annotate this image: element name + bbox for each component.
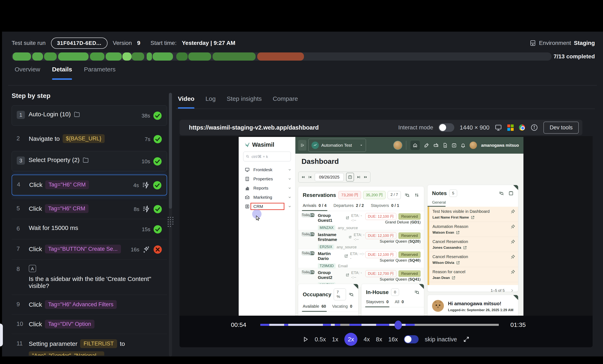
step-item-6[interactable]: 6Wait for 15000 ms15s xyxy=(12,219,167,239)
note-item[interactable]: Reason for cancelJean Dean xyxy=(429,267,518,282)
step-item-9[interactable]: 9ClickTag="H6" Advanced Filters xyxy=(12,295,167,314)
viewer-tab-video[interactable]: Video xyxy=(178,95,194,109)
run-tab-details[interactable]: Details xyxy=(52,66,72,80)
selector-badge[interactable]: Tag="H6" Advanced Filters xyxy=(45,300,117,309)
sidebar-item-frontdesk[interactable]: Frontdesk xyxy=(239,165,295,174)
reservation-row[interactable]: Today09/27Group Guest1ETA: --:--MINZAXan… xyxy=(298,211,424,230)
next-day-icon[interactable] xyxy=(356,175,361,179)
note-author[interactable]: Wilson Olivia xyxy=(432,261,515,265)
reservations-tab-arrivals[interactable]: Arrivals 0 / 4 xyxy=(303,203,327,211)
note-item[interactable]: Test Notes visible in DashboardLast Name… xyxy=(429,207,518,222)
viewer-tab-compare[interactable]: Compare xyxy=(273,95,298,109)
mailbox-icon[interactable] xyxy=(433,143,439,148)
selector-badge[interactable]: Tag="H6" CRM xyxy=(45,204,89,213)
play-icon[interactable] xyxy=(302,336,309,343)
sidebar-item-properties[interactable]: Properties xyxy=(239,174,295,183)
parameter-badge[interactable]: "Age", "Gender", "National... xyxy=(29,351,104,356)
speed-option-8x[interactable]: 8x xyxy=(376,336,382,343)
left-edge-scroll-indicator[interactable] xyxy=(0,324,3,346)
selector-badge[interactable]: Tag="H6" CRM xyxy=(45,180,89,189)
note-author[interactable]: Last Name First Name xyxy=(432,215,515,220)
filter-search-icon[interactable] xyxy=(499,191,504,196)
speed-option-1x[interactable]: 1x xyxy=(332,336,338,343)
reservation-row[interactable]: Today09/27Martin DarioETA: --:--T29M3DEm… xyxy=(298,249,424,268)
fast-forward-icon[interactable] xyxy=(363,175,368,179)
speed-option-0.5x[interactable]: 0.5x xyxy=(315,336,326,343)
chrome-icon[interactable] xyxy=(519,124,525,130)
progress-segment[interactable] xyxy=(44,52,57,61)
sidebar-item-crm[interactable]: CRM xyxy=(239,202,295,211)
parameter-badge[interactable]: ${BASE_URL} xyxy=(63,134,105,143)
progress-segment[interactable] xyxy=(132,52,144,61)
occupancy-tab-available[interactable]: Available 60 xyxy=(303,304,326,312)
date-field[interactable]: 09/26/2025 xyxy=(315,173,344,181)
progress-segment[interactable] xyxy=(13,52,31,61)
home-icon[interactable] xyxy=(410,141,420,150)
rewind-icon[interactable] xyxy=(301,175,305,179)
user-avatar[interactable] xyxy=(470,141,477,149)
calendar-icon[interactable] xyxy=(508,191,514,196)
pin-icon[interactable] xyxy=(510,254,515,259)
external-link-icon[interactable] xyxy=(456,231,460,235)
progress-segment[interactable] xyxy=(58,52,89,61)
skip-inactive-toggle[interactable] xyxy=(404,335,418,343)
progress-segment[interactable] xyxy=(106,52,122,61)
property-thumb-avatar[interactable] xyxy=(394,141,402,149)
player-seek-bar[interactable] xyxy=(260,324,499,326)
external-link-icon[interactable] xyxy=(349,235,352,239)
pin-icon[interactable] xyxy=(510,239,515,244)
chevron-right-icon[interactable] xyxy=(510,289,514,293)
run-progress-bar[interactable] xyxy=(12,52,552,61)
external-link-icon[interactable] xyxy=(346,216,349,220)
speed-option-2x[interactable]: 2x xyxy=(344,333,357,346)
step-item-10[interactable]: 10ClickTag="DIV" Option xyxy=(12,314,167,334)
video-stage[interactable]: Wasimil ctrl/⌘ + k FrontdeskPropertiesRe… xyxy=(180,136,592,316)
external-link-icon[interactable] xyxy=(346,273,349,277)
bell-icon[interactable] xyxy=(461,143,465,148)
player-playhead[interactable] xyxy=(394,320,402,329)
monitor-icon[interactable] xyxy=(495,124,502,131)
progress-segment[interactable] xyxy=(153,52,173,61)
note-item[interactable]: Cancel ReservationWilson Olivia xyxy=(429,252,518,267)
reservation-row[interactable]: Today09/27lastname firstnameETA: --:--ER… xyxy=(298,230,424,249)
run-id-pill[interactable]: 31F0417D-6ED... xyxy=(51,37,107,49)
parameter-badge[interactable]: FILTERLIST xyxy=(80,339,117,348)
external-link-icon[interactable] xyxy=(452,276,455,280)
step-item-11[interactable]: 11Setting parameterFILTERLISTto"Age", "G… xyxy=(12,334,167,356)
external-link-icon[interactable] xyxy=(456,261,460,265)
note-item[interactable]: Automation ReasonWatson Evan xyxy=(429,222,518,237)
step-item-2[interactable]: 2Navigate to${BASE_URL}7s xyxy=(12,129,167,149)
housekeeping-icon[interactable] xyxy=(424,143,429,148)
notes-tab-general[interactable]: General xyxy=(428,197,518,207)
sidebar-collapse-button[interactable] xyxy=(298,140,306,151)
windows-icon[interactable] xyxy=(507,124,514,131)
speed-option-4x[interactable]: 4x xyxy=(363,336,370,343)
progress-segment[interactable] xyxy=(188,52,211,61)
viewer-tab-step-insights[interactable]: Step insights xyxy=(227,95,262,109)
progress-segment[interactable] xyxy=(32,52,43,61)
progress-segment[interactable] xyxy=(147,52,152,61)
selector-badge[interactable]: Tag="BUTTON" Create Se... xyxy=(45,245,121,253)
step-item-8[interactable]: 8AIs the a sidebar with the title 'Creat… xyxy=(12,259,167,295)
occupancy-tab-vacating[interactable]: Vacating 0 xyxy=(332,304,352,312)
in-house-tab-all[interactable]: All 0 xyxy=(395,300,404,307)
progress-segment[interactable] xyxy=(257,52,304,61)
note-item[interactable]: Cancel ReservationJones Cassandra xyxy=(429,237,518,252)
pin-icon[interactable] xyxy=(510,224,515,229)
fullscreen-icon[interactable] xyxy=(463,336,470,342)
reservations-tab-stayovers[interactable]: Stayovers 0 / 1 xyxy=(371,203,399,211)
page-url[interactable]: https://wasimil-staging-v2.web.app/dashb… xyxy=(189,124,319,131)
sidebar-item-reports[interactable]: Reports xyxy=(239,183,295,193)
info-icon[interactable] xyxy=(530,124,538,131)
note-author[interactable]: Watson Evan xyxy=(432,231,515,235)
sort-icon[interactable] xyxy=(414,192,419,198)
guest-name[interactable]: lastname firstname xyxy=(318,232,347,242)
run-tab-overview[interactable]: Overview xyxy=(15,66,40,80)
dashboard-search-input[interactable]: ctrl/⌘ + k xyxy=(243,152,291,161)
guest-name[interactable]: Martin Dario xyxy=(318,251,342,261)
reservations-tab-departures[interactable]: Departures 2 / 2 xyxy=(334,203,364,211)
filter-search-icon[interactable] xyxy=(348,292,354,297)
panel-resize-handle[interactable] xyxy=(168,217,174,227)
note-author[interactable]: Jean Dean xyxy=(432,276,515,280)
speed-option-16x[interactable]: 16x xyxy=(388,336,398,343)
